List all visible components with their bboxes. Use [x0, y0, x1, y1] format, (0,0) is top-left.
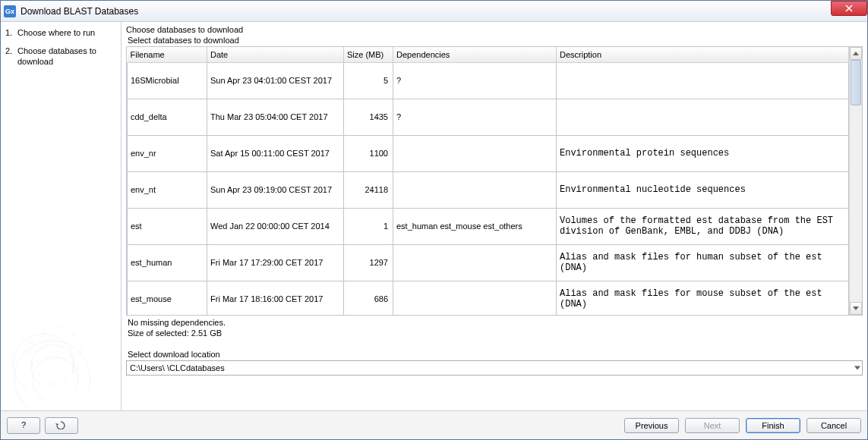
svg-text:1: 1 — [30, 361, 34, 368]
cell-dependencies — [393, 171, 557, 208]
column-header-description[interactable]: Description — [557, 47, 849, 62]
column-header-dependencies[interactable]: Dependencies — [393, 47, 557, 62]
chevron-down-icon — [853, 306, 859, 310]
cell-filename: est_human — [128, 244, 207, 281]
database-table: Filename Date Size (MB) Dependencies Des… — [127, 47, 849, 315]
dialog-window: Gx Download BLAST Databases 1.Choose whe… — [0, 0, 868, 440]
vertical-scrollbar[interactable] — [849, 47, 862, 315]
cell-description: Volumes of the formatted est database fr… — [557, 208, 849, 244]
cell-filename: 16SMicrobial — [128, 62, 207, 99]
column-header-size[interactable]: Size (MB) — [344, 47, 393, 62]
cell-date: Thu Mar 23 05:04:00 CET 2017 — [207, 99, 344, 135]
watermark-icon: 011 010 101 10 — [4, 298, 118, 420]
scroll-down-button[interactable] — [850, 302, 862, 315]
column-header-date[interactable]: Date — [207, 47, 344, 62]
svg-text:1: 1 — [38, 372, 42, 379]
cell-description — [557, 99, 849, 135]
cell-size: 1435 — [344, 99, 393, 135]
svg-text:0: 0 — [76, 365, 80, 372]
svg-text:0: 0 — [30, 338, 34, 345]
table-row[interactable]: env_ntSun Apr 23 09:19:00 CEST 201724118… — [128, 171, 849, 208]
cell-dependencies — [393, 281, 557, 315]
size-of-selected-label: Size of selected: 2.51 GB — [128, 328, 863, 338]
cell-dependencies: ? — [393, 62, 557, 99]
svg-text:0: 0 — [49, 380, 53, 387]
cell-dependencies — [393, 244, 557, 281]
window-title: Download BLAST Databases — [21, 6, 138, 17]
cell-dependencies — [393, 135, 557, 171]
footer: ? Previous Next Finish Cancel — [1, 410, 867, 439]
titlebar: Gx Download BLAST Databases — [1, 1, 867, 22]
table-row[interactable]: env_nrSat Apr 15 00:11:00 CEST 20171100E… — [128, 135, 849, 171]
previous-button[interactable]: Previous — [624, 418, 679, 433]
missing-dependencies-label: No missing dependencies. — [128, 317, 863, 328]
cell-size: 1297 — [344, 244, 393, 281]
chevron-up-icon — [853, 52, 859, 55]
combo-dropdown-icon — [854, 366, 860, 369]
download-location-section: Select download location C:\Users\ \CLCd… — [126, 350, 863, 376]
finish-button[interactable]: Finish — [746, 418, 800, 433]
svg-text:1: 1 — [80, 346, 84, 353]
cell-description: Alias and mask files for human subset of… — [557, 244, 849, 281]
svg-text:0: 0 — [72, 331, 76, 338]
cell-description: Environmental protein sequences — [557, 135, 849, 171]
download-location-label: Select download location — [128, 350, 863, 359]
cell-description — [557, 62, 849, 99]
table-row[interactable]: est_mouseFri Mar 17 18:16:00 CET 2017686… — [128, 281, 849, 315]
database-table-wrap: Filename Date Size (MB) Dependencies Des… — [126, 46, 863, 316]
app-icon: Gx — [4, 5, 16, 17]
cancel-button[interactable]: Cancel — [806, 418, 861, 433]
cell-date: Sun Apr 23 04:01:00 CEST 2017 — [207, 62, 344, 99]
status-area: No missing dependencies. Size of selecte… — [128, 317, 863, 339]
section-title: Choose databases to download — [126, 25, 863, 34]
cell-filename: cdd_delta — [128, 99, 207, 135]
table-header-row: Filename Date Size (MB) Dependencies Des… — [128, 47, 849, 62]
close-icon — [845, 5, 853, 12]
body: 1.Choose where to run 2.Choose databases… — [1, 22, 867, 410]
wizard-step-label: Choose databases to download — [17, 46, 116, 68]
table-row[interactable]: cdd_deltaThu Mar 23 05:04:00 CET 2017143… — [128, 99, 849, 135]
chevron-down-icon — [854, 366, 860, 369]
cell-date: Sun Apr 23 09:19:00 CEST 2017 — [207, 171, 344, 208]
next-button: Next — [685, 418, 740, 433]
svg-text:1: 1 — [42, 327, 46, 334]
cell-filename: est — [128, 208, 207, 244]
download-location-combo[interactable]: C:\Users\ \CLCdatabases — [126, 360, 863, 376]
wizard-steps-list: 1.Choose where to run 2.Choose databases… — [5, 28, 116, 67]
cell-filename: est_mouse — [128, 281, 207, 315]
cell-size: 1100 — [344, 135, 393, 171]
wizard-step-1[interactable]: 1.Choose where to run — [5, 28, 116, 39]
cell-date: Fri Mar 17 17:29:00 CET 2017 — [207, 244, 344, 281]
cell-size: 5 — [344, 62, 393, 99]
cell-date: Sat Apr 15 00:11:00 CEST 2017 — [207, 135, 344, 171]
table-row[interactable]: est_humanFri Mar 17 17:29:00 CET 2017129… — [128, 244, 849, 281]
cell-dependencies: est_human est_mouse est_others — [393, 208, 557, 244]
cell-description: Environmental nucleotide sequences — [557, 171, 849, 208]
close-button[interactable] — [831, 1, 867, 16]
cell-date: Wed Jan 22 00:00:00 CET 2014 — [207, 208, 344, 244]
cell-date: Fri Mar 17 18:16:00 CET 2017 — [207, 281, 344, 315]
cell-size: 686 — [344, 281, 393, 315]
cell-size: 1 — [344, 208, 393, 244]
table-row[interactable]: estWed Jan 22 00:00:00 CET 20141est_huma… — [128, 208, 849, 244]
cell-dependencies: ? — [393, 99, 557, 135]
table-row[interactable]: 16SMicrobialSun Apr 23 04:01:00 CEST 201… — [128, 62, 849, 99]
wizard-step-2[interactable]: 2.Choose databases to download — [5, 46, 116, 68]
help-button[interactable]: ? — [7, 417, 40, 434]
cell-filename: env_nr — [128, 135, 207, 171]
cell-filename: env_nt — [128, 171, 207, 208]
scroll-up-button[interactable] — [850, 47, 862, 60]
cell-size: 24118 — [344, 171, 393, 208]
sub-title: Select databases to download — [128, 36, 863, 45]
cell-description: Alias and mask files for mouse subset of… — [557, 281, 849, 315]
svg-text:1: 1 — [65, 376, 68, 383]
svg-text:0: 0 — [28, 350, 32, 357]
scroll-thumb[interactable] — [851, 60, 861, 105]
wizard-step-label: Choose where to run — [17, 28, 95, 39]
reset-button[interactable] — [45, 417, 78, 434]
column-header-filename[interactable]: Filename — [128, 47, 207, 62]
undo-arrow-icon — [55, 420, 68, 429]
scroll-track[interactable] — [850, 60, 862, 302]
download-location-value: C:\Users\ \CLCdatabases — [130, 363, 859, 372]
main-panel: Choose databases to download Select data… — [121, 22, 867, 410]
